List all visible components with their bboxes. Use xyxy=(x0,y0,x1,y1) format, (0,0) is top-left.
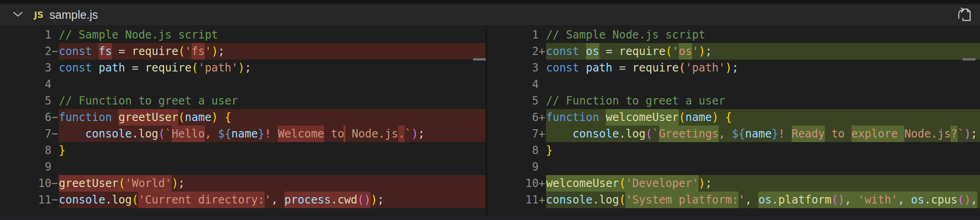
diff-viewer-window: JS sample.js 1// Sample Node.js script2−… xyxy=(0,0,980,220)
code-token: . xyxy=(619,127,625,140)
code-token: ; xyxy=(178,177,185,190)
javascript-file-icon: JS xyxy=(34,10,44,20)
right-pane-scrollbar-thumb[interactable] xyxy=(963,58,975,60)
code-line[interactable]: const os = require('os'); xyxy=(546,43,980,60)
code-token: ` xyxy=(957,127,964,140)
code-token: os xyxy=(679,43,692,60)
code-token: os xyxy=(758,192,772,208)
code-line[interactable]: } xyxy=(59,142,485,159)
code-token: , xyxy=(971,192,977,208)
diff-sign: − xyxy=(51,192,59,208)
diff-sign xyxy=(51,142,59,159)
code-token: console xyxy=(85,127,132,140)
code-token: ' xyxy=(672,45,679,58)
code-token: 'World' xyxy=(125,175,172,192)
diff-sign: − xyxy=(51,175,59,192)
code-token: const xyxy=(546,45,586,58)
line-number: 10 xyxy=(487,175,539,192)
code-line[interactable]: } xyxy=(546,142,980,159)
code-token: 'path' xyxy=(685,61,725,74)
code-token: platform xyxy=(778,192,832,208)
code-token: path xyxy=(586,61,613,74)
code-token: Node.js xyxy=(904,127,951,140)
collapse-chevron-button[interactable] xyxy=(10,7,26,22)
bottom-border-strip xyxy=(0,215,980,220)
code-line[interactable] xyxy=(59,159,485,175)
diff-row-left-5: 5// Function to greet a user xyxy=(0,93,485,109)
code-line[interactable]: greetUser('World'); xyxy=(59,175,485,192)
code-token: ' xyxy=(738,193,745,206)
diff-sign: − xyxy=(51,126,59,142)
code-token: console xyxy=(546,193,592,206)
code-token: , xyxy=(271,193,284,206)
code-token: } xyxy=(258,127,265,140)
code-token: 'System platform: xyxy=(625,192,738,208)
diff-sign: + xyxy=(539,175,546,192)
diff-pane-original[interactable]: 1// Sample Node.js script2−const fs = re… xyxy=(0,25,485,215)
code-token xyxy=(59,127,85,140)
line-number: 6 xyxy=(0,109,51,126)
code-line[interactable]: // Sample Node.js script xyxy=(546,27,980,43)
code-token: require xyxy=(132,45,178,58)
code-line[interactable] xyxy=(59,76,485,93)
code-token: . xyxy=(398,126,405,142)
diff-sign xyxy=(51,60,59,76)
line-number: 11 xyxy=(487,192,539,208)
code-line[interactable]: console.log('System platform:', os.platf… xyxy=(546,192,980,208)
code-token: ` xyxy=(165,127,171,140)
code-line[interactable] xyxy=(546,76,980,93)
code-line[interactable] xyxy=(546,159,980,175)
code-line[interactable]: console.log(`Hello, ${name}! Welcome to … xyxy=(59,126,485,142)
diff-sign: + xyxy=(539,126,546,142)
code-token: welcomeUser xyxy=(546,175,619,192)
code-token: fs xyxy=(99,43,112,60)
code-line[interactable]: function greetUser(name) { xyxy=(59,109,485,126)
diff-row-right-4: 4 xyxy=(487,76,980,93)
code-line[interactable]: const path = require('path'); xyxy=(59,60,485,76)
code-line[interactable]: // Function to greet a user xyxy=(546,93,980,109)
diff-pane-modified[interactable]: 1// Sample Node.js script2+const os = re… xyxy=(487,25,980,215)
code-token: ` xyxy=(652,127,659,140)
code-line[interactable]: const path = require('path'); xyxy=(546,60,980,76)
code-line[interactable]: console.log('Current directory:', proces… xyxy=(59,192,485,208)
code-token: ) xyxy=(211,45,218,58)
code-line[interactable]: const fs = require('fs'); xyxy=(59,43,485,60)
diff-sign: + xyxy=(539,43,546,60)
code-token: const xyxy=(59,45,99,58)
code-token: . xyxy=(592,193,599,206)
code-token: ( xyxy=(679,61,685,74)
code-token: ! xyxy=(778,127,792,140)
code-token: ' xyxy=(265,193,271,206)
diff-sign xyxy=(51,76,59,93)
code-token: os xyxy=(911,192,924,208)
copy-file-icon xyxy=(956,6,972,24)
code-line[interactable]: console.log(`Greetings, ${name}! Ready t… xyxy=(546,126,980,142)
code-token: . xyxy=(331,192,337,208)
top-border-strip xyxy=(0,0,980,4)
code-token: require xyxy=(632,61,679,74)
line-number: 2 xyxy=(487,43,539,60)
code-token: cwd xyxy=(338,192,357,208)
copy-file-button[interactable] xyxy=(955,6,973,23)
code-token xyxy=(218,111,225,124)
code-block-header: JS sample.js xyxy=(0,4,980,25)
code-line[interactable]: // Sample Node.js script xyxy=(59,27,485,43)
line-number: 4 xyxy=(0,76,51,93)
code-token: } xyxy=(59,144,65,157)
code-token: log xyxy=(599,193,619,206)
code-token: = xyxy=(125,61,145,74)
line-number: 8 xyxy=(0,142,51,159)
code-token: Node.js xyxy=(345,127,398,140)
code-token: const xyxy=(59,61,99,74)
code-token: ) xyxy=(411,127,418,140)
code-token: ` xyxy=(405,127,411,140)
diff-sign xyxy=(539,27,546,43)
line-number: 4 xyxy=(487,76,539,93)
code-line[interactable]: welcomeUser('Developer'); xyxy=(546,175,980,192)
code-token: ( xyxy=(132,193,138,206)
diff-sign xyxy=(51,159,59,175)
left-pane-scrollbar-thumb[interactable] xyxy=(473,58,486,60)
line-number: 9 xyxy=(0,159,51,175)
code-line[interactable]: // Function to greet a user xyxy=(59,93,485,109)
code-line[interactable]: function welcomeUser(name) { xyxy=(546,109,980,126)
